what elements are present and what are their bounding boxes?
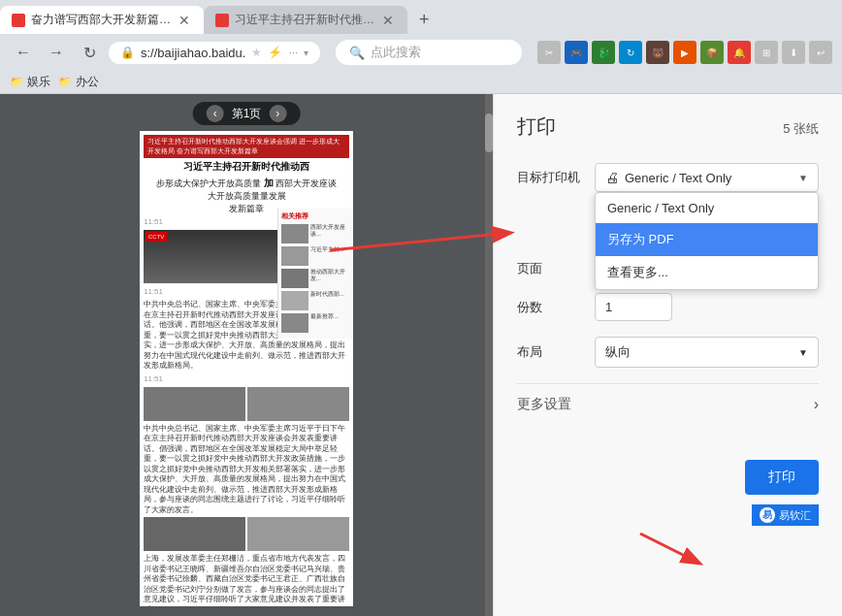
bookmark-entertainment[interactable]: 📁 娱乐 [10,74,50,90]
print-panel: 打印 5 张纸 目标打印机 🖨 Generic / Text Only ▼ Ge… [493,94,842,616]
related-item-3: 推动西部大开发... [281,269,350,288]
printer-dropdown-menu: Generic / Text Only 另存为 PDF 查看更多... [595,192,819,290]
address-bar: ← → ↻ 🔒 s://baijiahao.baidu. ★ ⚡ ··· ▾ 🔍… [0,34,842,71]
watermark-text: 易软汇 [779,508,811,523]
download-icon[interactable]: ⬇ [782,41,805,64]
tab-favicon-1 [12,14,25,27]
dropdown-option-generic[interactable]: Generic / Text Only [596,193,818,223]
article-images-row [144,387,349,421]
nav-forward-button[interactable]: → [43,39,70,66]
printer-label: 目标打印机 [517,169,595,186]
url-star-icon: ★ [251,46,262,59]
article-preview: 习近平主持召开新时代推动西部大开发座谈会强调 进一步形成大开发格局 奋力谱写西部… [0,94,493,606]
tab-close-1[interactable]: ✕ [177,13,192,28]
cut-icon[interactable]: ✂ [537,41,561,64]
more-settings[interactable]: 更多设置 › [517,383,819,425]
related-title: 相关推荐 [281,211,350,221]
pages-label: 页面 [517,260,595,277]
dropdown-option-pdf[interactable]: 另存为 PDF [596,223,818,256]
bear-icon[interactable]: 🐻 [646,41,669,64]
article-image-3 [247,387,349,421]
watermark-badge: 易 易软汇 [752,504,819,526]
bookmark-folder-icon: 📁 [10,76,23,88]
scrollbar-thumb[interactable] [485,113,493,152]
tab-title-2: 习近平主持召开新时代推… [235,12,374,28]
copies-control [595,293,819,321]
copies-label: 份数 [517,299,595,316]
new-tab-button[interactable]: + [411,6,437,34]
layout-selected-value: 纵向 [605,343,631,361]
article-meta-3: 11:51 [144,373,349,384]
printer-icon: 🖨 [605,170,619,185]
browser-chrome: 奋力谱写西部大开发新篇… ✕ 习近平主持召开新时代推… ✕ + ← → ↻ 🔒 … [0,0,842,94]
page-preview: 习近平主持召开新时代推动西部大开发座谈会强调 进一步形成大开发格局 奋力谱写西部… [140,131,353,606]
article-images-row-2 [144,517,349,551]
url-more-icon: ··· [288,46,298,59]
url-text: s://baijiahao.baidu. [141,46,245,60]
copies-input[interactable] [595,293,672,321]
url-bar[interactable]: 🔒 s://baijiahao.baidu. ★ ⚡ ··· ▾ [109,42,320,64]
layout-dropdown[interactable]: 纵向 ▼ [595,337,819,368]
dropdown-chevron-icon: ▼ [798,173,808,183]
tab-bar: 奋力谱写西部大开发新篇… ✕ 习近平主持召开新时代推… ✕ + [0,0,842,34]
search-placeholder-text: 点此搜索 [371,44,421,61]
search-bar[interactable]: 🔍 点此搜索 [336,40,522,65]
url-lock-icon: 🔒 [120,46,135,59]
bookmark-office[interactable]: 📁 办公 [58,74,99,90]
dropdown-option-more[interactable]: 查看更多... [596,256,818,289]
search-icon: 🔍 [349,46,365,60]
print-button[interactable]: 打印 [745,460,819,495]
layout-control: 纵向 ▼ [595,337,819,368]
toolbar-icons: ✂ 🎮 🐉 ↻ 🐻 ▶ 📦 🔔 ⊞ ⬇ ↩ [537,41,832,64]
more-settings-chevron-icon: › [814,396,819,413]
nav-back-button[interactable]: ← [10,39,37,66]
next-page-button[interactable]: › [269,105,286,122]
layout-label: 布局 [517,343,595,361]
dropdown-option-generic-label: Generic / Text Only [607,201,714,215]
game-icon-1[interactable]: 🎮 [565,41,588,64]
play-icon[interactable]: ▶ [673,41,696,64]
article-text-3: 上海，发展改革委主任郑栅洁，重点省市地方代表发言，四川省委书记王晓晖、新疆维吾尔… [144,554,349,606]
article-subheadline-2: 大开放高质量量发展 [144,191,349,202]
article-content: 习近平主持召开新时代推动西部大开发座谈会强调 进一步形成大开发格局 奋力谱写西部… [140,131,353,606]
bookmark-office-label: 办公 [76,74,99,90]
related-item-2: 习近平主持... [281,246,350,266]
printer-dropdown-button[interactable]: 🖨 Generic / Text Only ▼ [595,163,819,192]
tab-close-2[interactable]: ✕ [380,13,396,28]
refresh-icon[interactable]: ↻ [619,41,642,64]
watermark-icon-text: 易 [762,508,772,522]
url-chevron-icon: ▾ [304,48,308,58]
article-headline: 习近平主持召开新时代推动西 [144,160,349,174]
page-indicator-bar: ‹ 第1页 › [193,102,301,125]
bookmarks-bar: 📁 娱乐 📁 办公 [0,71,842,94]
page-number-text: 第1页 [232,106,262,122]
dropdown-option-pdf-label: 另存为 PDF [607,231,674,248]
article-image-5 [247,517,349,551]
prev-page-button[interactable]: ‹ [207,105,224,122]
print-title: 打印 [517,113,556,140]
tab-active[interactable]: 奋力谱写西部大开发新篇… ✕ [0,6,204,34]
related-sidebar: 相关推荐 西部大开发座谈... 习近平主持... 推动西部大开发... [277,209,353,339]
watermark-icon: 易 [760,507,775,523]
tab-title-1: 奋力谱写西部大开发新篇… [31,12,171,28]
article-subheadline: 步形成大保护大开放高质量 加 西部大开发座谈 [144,177,349,189]
article-image-4 [144,517,245,551]
grid-icon[interactable]: ⊞ [755,41,778,64]
article-text-2: 中共中央总书记、国家主席、中央军委主席习近平于日下午在京主持召开新时代推动西部大… [144,424,349,516]
dropdown-option-more-label: 查看更多... [607,264,668,281]
print-pages-count: 5 张纸 [783,120,819,138]
game-icon-2[interactable]: 🐉 [592,41,615,64]
tab-inactive[interactable]: 习近平主持召开新时代推… ✕ [204,6,407,34]
undo-icon[interactable]: ↩ [809,41,832,64]
related-item-5: 最新推荐... [281,313,350,333]
layout-row: 布局 纵向 ▼ [517,337,819,368]
vertical-scrollbar[interactable] [485,94,493,616]
nav-refresh-button[interactable]: ↻ [76,39,103,66]
copies-row: 份数 [517,293,819,321]
printer-row: 目标打印机 🖨 Generic / Text Only ▼ Generic / … [517,163,819,192]
bookmark-entertainment-label: 娱乐 [27,74,50,90]
url-lightning-icon: ⚡ [268,46,282,59]
related-item-4: 新时代西部... [281,291,350,310]
package-icon[interactable]: 📦 [700,41,724,64]
notification-icon[interactable]: 🔔 [728,41,751,64]
